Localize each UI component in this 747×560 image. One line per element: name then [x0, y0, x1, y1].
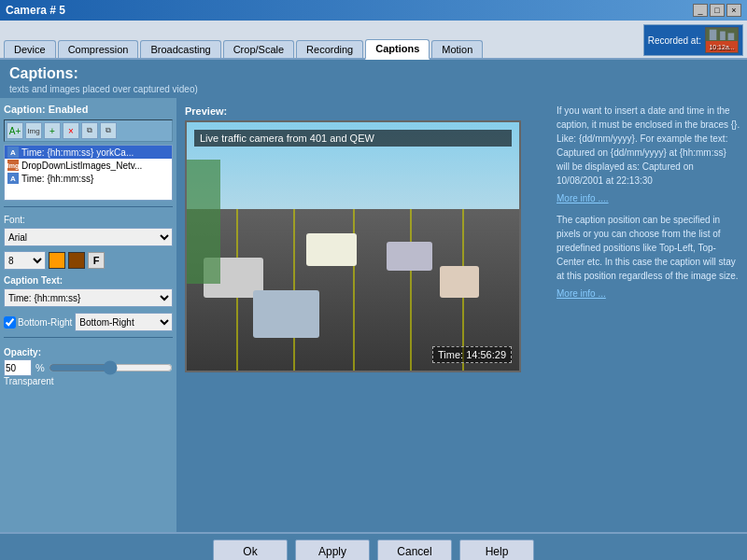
opacity-row: % [4, 359, 173, 376]
add-text-button[interactable]: A+ [7, 122, 23, 139]
tab-cropscale[interactable]: Crop/Scale [223, 40, 294, 58]
position-select[interactable]: Bottom-Right Top-Left Top-Center Top-Rig… [75, 313, 173, 331]
foliage-left [187, 160, 220, 284]
caption-item-label-3: Time: {hh:mm:ss} [21, 174, 93, 184]
caption-toolbar: A+ Img + × ⧉ ⧉ [4, 119, 173, 142]
tab-motion[interactable]: Motion [431, 40, 483, 58]
bottom-bar: Ok Apply Cancel Help [0, 532, 747, 560]
lane-4 [410, 209, 412, 371]
bg-color-button[interactable] [68, 252, 85, 269]
opacity-input[interactable] [4, 359, 32, 376]
font-row: Arial Times New Roman Courier [4, 228, 173, 246]
apply-button[interactable]: Apply [295, 539, 370, 560]
minimize-button[interactable]: _ [693, 4, 708, 17]
position-checkbox-row: Bottom-Right [4, 316, 72, 329]
car-5 [253, 290, 319, 339]
text-color-button[interactable] [49, 252, 65, 269]
bold-button[interactable]: F [88, 252, 105, 269]
delete-button[interactable]: × [63, 122, 79, 139]
recorded-at-time: 10:12a... [706, 41, 738, 51]
preview-time-caption: Time: 14:56:29 [432, 346, 512, 363]
opacity-label: Opacity: [4, 347, 173, 357]
center-right-area: Preview: [177, 98, 551, 532]
preview-label: Preview: [185, 105, 543, 117]
opacity-percent: % [35, 362, 45, 373]
svg-rect-4 [728, 33, 735, 40]
window-title: Camera # 5 [6, 4, 65, 17]
help-text-2: The caption position can be specified in… [557, 213, 741, 283]
opacity-section: Opacity: % Transparent [4, 347, 173, 386]
transparent-label: Transparent [4, 376, 173, 386]
font-select[interactable]: Arial Times New Roman Courier [4, 228, 173, 246]
caption-item-label-1: Time: {hh:mm:ss} yorkCa... [21, 147, 134, 158]
recorded-at-label: Recorded at: [648, 35, 701, 46]
font-label: Font: [4, 215, 173, 225]
recorded-at-container: Recorded at: 10:12a... [643, 24, 743, 58]
svg-rect-3 [720, 32, 726, 40]
car-2 [306, 233, 356, 266]
caption-item-3[interactable]: A Time: {hh:mm:ss} [5, 172, 172, 185]
cancel-button[interactable]: Cancel [377, 539, 452, 560]
preview-image: Live traffic camera from 401 and QEW Tim… [185, 120, 521, 372]
right-panel: If you want to insert a date and time in… [551, 98, 747, 532]
caption-text-row: Time: {hh:mm:ss} [4, 288, 173, 307]
position-label: Bottom-Right [18, 317, 72, 328]
caption-type-icon-1: A [7, 147, 19, 158]
caption-item-1[interactable]: A Time: {hh:mm:ss} yorkCa... [5, 146, 172, 159]
caption-item-2[interactable]: Img DropDownListImages_Netv... [5, 159, 172, 172]
position-row: Bottom-Right Bottom-Right Top-Left Top-C… [4, 313, 173, 331]
caption-item-label-2: DropDownListImages_Netv... [21, 161, 142, 171]
recorded-at-box: Recorded at: 10:12a... [643, 24, 743, 56]
maximize-button[interactable]: □ [710, 4, 725, 17]
position-checkbox[interactable] [4, 316, 16, 329]
caption-text-label: Caption Text: [4, 275, 173, 286]
close-button[interactable]: × [726, 4, 741, 17]
tab-broadcasting[interactable]: Broadcasting [140, 40, 220, 58]
separator-1 [4, 206, 173, 207]
size-row: 8 10 12 14 F [4, 251, 173, 270]
more-info-link-1[interactable]: More info .... [557, 191, 741, 205]
recorded-at-thumbnail: 10:12a... [705, 27, 739, 53]
tab-captions[interactable]: Captions [365, 39, 430, 60]
copy-button[interactable]: ⧉ [81, 122, 98, 139]
tab-bar: Device Compression Broadcasting Crop/Sca… [0, 21, 747, 60]
caption-type-icon-3: A [7, 173, 19, 184]
page-subtitle: texts and images placed over captured vi… [0, 84, 747, 98]
ok-button[interactable]: Ok [213, 539, 288, 560]
caption-enabled-label: Caption: Enabled [4, 102, 173, 117]
tab-device[interactable]: Device [4, 40, 56, 58]
caption-text-select[interactable]: Time: {hh:mm:ss} [4, 288, 173, 307]
help-text-1: If you want to insert a date and time in… [557, 104, 741, 188]
title-bar: Camera # 5 _ □ × [0, 0, 747, 21]
preview-overlay-title: Live traffic camera from 401 and QEW [194, 130, 512, 147]
add-button[interactable]: + [44, 122, 61, 139]
preview-area: Preview: [177, 98, 551, 532]
caption-type-icon-2: Img [7, 160, 19, 171]
content-area: Caption: Enabled A+ Img + × ⧉ ⧉ A Time: … [0, 98, 747, 532]
more-info-link-2[interactable]: More info ... [557, 287, 741, 301]
paste-button[interactable]: ⧉ [100, 122, 117, 139]
tab-compression[interactable]: Compression [58, 40, 139, 58]
main-content: Captions: texts and images placed over c… [0, 60, 747, 532]
help-button[interactable]: Help [459, 539, 534, 560]
caption-list: A Time: {hh:mm:ss} yorkCa... Img DropDow… [4, 145, 173, 201]
add-image-button[interactable]: Img [25, 122, 42, 139]
car-4 [440, 266, 480, 299]
opacity-slider[interactable] [49, 361, 173, 374]
tab-recording[interactable]: Recording [296, 40, 363, 58]
size-select[interactable]: 8 10 12 14 [4, 251, 46, 270]
left-panel: Caption: Enabled A+ Img + × ⧉ ⧉ A Time: … [0, 98, 177, 532]
separator-2 [4, 337, 173, 338]
svg-rect-2 [710, 30, 717, 40]
car-3 [387, 242, 433, 271]
window-controls: _ □ × [693, 4, 741, 17]
page-title: Captions: [0, 60, 747, 84]
